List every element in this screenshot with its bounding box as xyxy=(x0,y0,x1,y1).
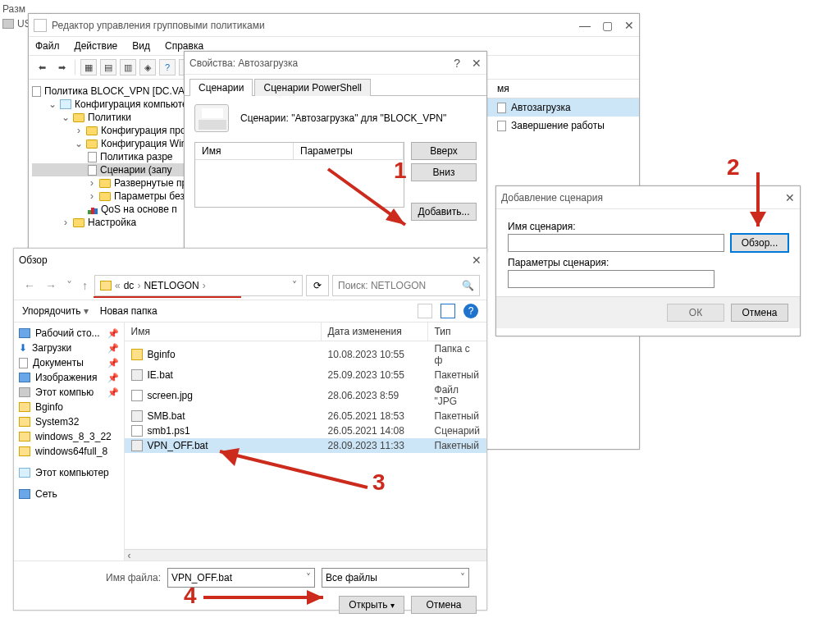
toolbar-btn-5[interactable]: ? xyxy=(159,59,176,75)
tree-pol-allow[interactable]: Политика разре xyxy=(32,150,198,163)
bc-seg-dc[interactable]: dc xyxy=(124,280,135,291)
menu-file[interactable]: Файл xyxy=(35,40,60,52)
maximize-icon[interactable]: ▢ xyxy=(602,19,613,32)
chevron-down-icon: ⌄ xyxy=(75,138,83,149)
tree-scenarios[interactable]: Сценарии (запу xyxy=(32,163,198,176)
close-icon[interactable]: ✕ xyxy=(785,191,795,204)
script-name-input[interactable] xyxy=(508,234,724,252)
chevron-down-icon[interactable]: ˅ xyxy=(292,280,297,291)
ok-button[interactable]: ОК xyxy=(667,304,724,322)
file-type: Файл "JPG xyxy=(435,384,480,407)
menu-view[interactable]: Вид xyxy=(132,40,150,52)
help-icon[interactable]: ? xyxy=(463,304,478,318)
bc-seg-netlogon[interactable]: NETLOGON xyxy=(144,280,199,291)
pin-icon: 📌 xyxy=(107,373,119,383)
sidenav-system32[interactable]: System32 xyxy=(14,414,124,429)
file-row[interactable]: Bginfo10.08.2023 10:55Папка с ф xyxy=(125,341,486,368)
sidenav-desktop[interactable]: Рабочий сто...📌 xyxy=(14,326,124,341)
toolbar-btn-4[interactable]: ◈ xyxy=(139,59,156,75)
sidenav-win83[interactable]: windows_8_3_22 xyxy=(14,429,124,444)
chevron-right-icon: › xyxy=(62,217,70,228)
sidenav-thispc2[interactable]: Этот компьютер xyxy=(14,465,124,480)
col-type[interactable]: Тип xyxy=(428,323,486,341)
nav-back-icon[interactable]: ← xyxy=(21,279,39,292)
file-row[interactable]: SMB.bat26.05.2021 18:53Пакетный xyxy=(125,409,486,423)
nav-fwd-icon[interactable]: ➡ xyxy=(53,59,70,75)
pc-icon xyxy=(19,468,30,478)
tree-qos[interactable]: QoS на основе п xyxy=(32,203,198,216)
addscript-title: Добавление сценария xyxy=(501,192,785,204)
menu-help[interactable]: Справка xyxy=(165,40,203,52)
toolbar-btn-1[interactable]: ▦ xyxy=(80,59,97,75)
toolbar-btn-2[interactable]: ▤ xyxy=(100,59,116,75)
file-icon xyxy=(131,369,143,381)
cancel-button[interactable]: Отмена xyxy=(411,596,477,614)
tree-cfg-computer[interactable]: ⌄Конфигурация компьютер xyxy=(32,98,198,111)
sidenav-documents[interactable]: Документы📌 xyxy=(14,355,124,370)
sidenav-pictures[interactable]: Изображения📌 xyxy=(14,370,124,385)
hscrollbar[interactable]: ‹ xyxy=(125,549,486,561)
file-row[interactable]: IE.bat25.09.2023 10:55Пакетный xyxy=(125,368,486,382)
minimize-icon[interactable]: — xyxy=(579,19,591,32)
sidenav-win64[interactable]: windows64full_8 xyxy=(14,444,124,459)
file-name: smb1.ps1 xyxy=(148,425,190,437)
tree-cfg-windows[interactable]: ⌄Конфигурация Win xyxy=(32,137,198,150)
search-icon: 🔍 xyxy=(462,280,474,291)
tree-policies[interactable]: ⌄Политики xyxy=(32,111,198,124)
addscript-actions: ОК Отмена xyxy=(496,296,800,328)
refresh-button[interactable]: ⟳ xyxy=(306,275,329,296)
open-search[interactable]: Поиск: NETLOGON 🔍 xyxy=(332,275,480,296)
close-icon[interactable]: ✕ xyxy=(472,57,482,70)
open-title: Обзор xyxy=(19,254,472,266)
sidenav-thispc[interactable]: Этот компью📌 xyxy=(14,385,124,400)
nav-recent-icon[interactable]: ˅ xyxy=(63,279,75,292)
arrow-4 xyxy=(203,588,351,615)
tree-settings[interactable]: ›Настройка xyxy=(32,216,198,229)
help-icon[interactable]: ? xyxy=(454,57,460,70)
view-list-icon[interactable] xyxy=(418,304,432,318)
move-up-button[interactable]: Вверх xyxy=(411,142,477,160)
filetype-filter[interactable]: Все файлы˅ xyxy=(322,568,469,588)
network-icon xyxy=(19,489,30,499)
organize-menu[interactable]: Упорядочить ▾ xyxy=(22,305,89,317)
chevron-right-icon: › xyxy=(88,177,96,189)
tab-powershell[interactable]: Сценарии PowerShell xyxy=(254,79,371,96)
sidenav-network[interactable]: Сеть xyxy=(14,487,124,501)
script-params-input[interactable] xyxy=(508,270,714,288)
menu-action[interactable]: Действие xyxy=(75,40,118,52)
tree-deployed[interactable]: ›Развернутые пр xyxy=(32,176,198,190)
nav-back-icon[interactable]: ⬅ xyxy=(34,59,50,75)
open-sidenav: Рабочий сто...📌 ⬇Загрузки📌 Документы📌 Из… xyxy=(14,323,125,561)
arrow-3 xyxy=(203,446,384,506)
file-date: 28.06.2023 8:59 xyxy=(328,390,435,401)
close-icon[interactable]: ✕ xyxy=(624,19,634,32)
download-icon: ⬇ xyxy=(19,342,27,354)
folder-icon xyxy=(100,281,112,291)
annotation-2: 2 xyxy=(727,154,740,181)
col-date[interactable]: Дата изменения xyxy=(322,323,428,341)
tree-sec-params[interactable]: ›Параметры без xyxy=(32,190,198,203)
svg-marker-3 xyxy=(750,212,766,226)
new-folder-button[interactable]: Новая папка xyxy=(100,305,158,317)
file-row[interactable]: smb1.ps126.05.2021 14:08Сценарий xyxy=(125,423,486,438)
sidenav-bginfo[interactable]: Bginfo xyxy=(14,400,124,414)
folder-icon xyxy=(19,417,30,427)
props-tabs: Сценарии Сценарии PowerShell xyxy=(185,75,486,96)
tree-cfg-software[interactable]: ›Конфигурация про xyxy=(32,124,198,137)
sidenav-downloads[interactable]: ⬇Загрузки📌 xyxy=(14,341,124,355)
file-type: Папка с ф xyxy=(435,343,480,366)
nav-fwd-icon[interactable]: → xyxy=(42,279,60,292)
search-placeholder: Поиск: NETLOGON xyxy=(338,280,426,291)
tab-scripts[interactable]: Сценарии xyxy=(189,79,253,96)
close-icon[interactable]: ✕ xyxy=(472,254,482,267)
toolbar-btn-3[interactable]: ▥ xyxy=(120,59,136,75)
file-row[interactable]: screen.jpg28.06.2023 8:59Файл "JPG xyxy=(125,382,486,409)
col-name[interactable]: Имя xyxy=(125,323,322,341)
nav-up-icon[interactable]: ↑ xyxy=(79,279,91,292)
breadcrumb[interactable]: « dc › NETLOGON › ˅ xyxy=(94,275,303,296)
cancel-button[interactable]: Отмена xyxy=(731,304,788,322)
tree-root[interactable]: Политика BLOCK_VPN [DC.VA xyxy=(32,85,198,98)
pin-icon: 📌 xyxy=(107,343,119,354)
view-preview-icon[interactable] xyxy=(441,304,455,318)
scriptlist-col-name: Имя xyxy=(195,143,294,159)
